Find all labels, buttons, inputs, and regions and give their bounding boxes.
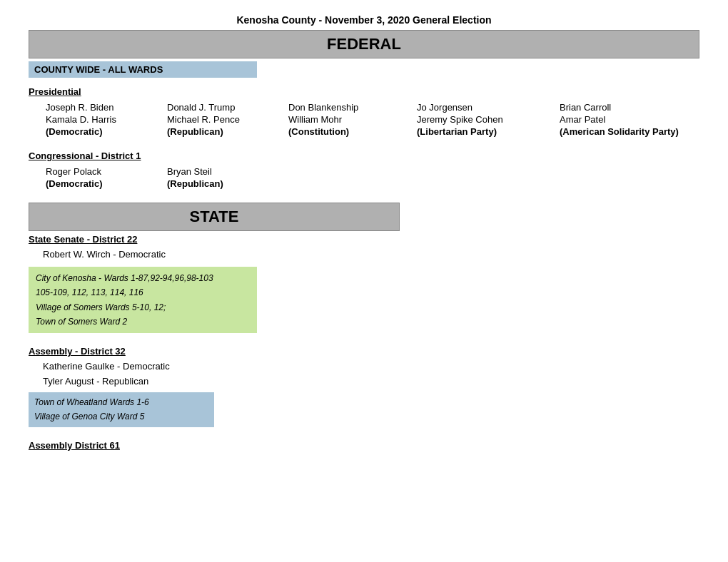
candidate-cohen: Jeremy Spike Cohen bbox=[414, 113, 557, 126]
assembly32-candidate2: Tyler August - Republican bbox=[43, 374, 699, 389]
congressional-candidates: Roger Polack (Democratic) Bryan Steil (R… bbox=[43, 165, 699, 190]
assembly32-ward-line-2: Village of Genoa City Ward 5 bbox=[34, 412, 144, 422]
ward-line-4: Town of Somers Ward 2 bbox=[36, 317, 127, 327]
congressional-row2: Bryan Steil (Republican) bbox=[164, 165, 285, 190]
candidate-polack: Roger Polack bbox=[43, 165, 164, 178]
candidate-pence: Michael R. Pence bbox=[164, 113, 285, 126]
assembly32-ward-line-1: Town of Wheatland Wards 1-6 bbox=[34, 397, 149, 407]
candidate-biden: Joseph R. Biden bbox=[43, 101, 164, 113]
federal-section-header: FEDERAL bbox=[29, 30, 699, 58]
state-section: STATE State Senate - District 22 Robert … bbox=[29, 203, 699, 451]
congressional-row1: Roger Polack (Democratic) bbox=[43, 165, 164, 190]
candidate-trump: Donald J. Trump bbox=[164, 101, 285, 113]
ward-line-3: Village of Somers Wards 5-10, 12; bbox=[36, 302, 166, 312]
ward-line-2: 105-109, 112, 113, 114, 116 bbox=[36, 287, 143, 297]
candidate-patel: Amar Patel bbox=[557, 113, 714, 126]
candidate-mohr: William Mohr bbox=[285, 113, 414, 126]
party-constitution: (Constitution) bbox=[285, 126, 414, 138]
party-democratic: (Democratic) bbox=[43, 126, 164, 138]
candidate-steil: Bryan Steil bbox=[164, 165, 285, 178]
ward-line-1: City of Kenosha - Wards 1-87,92-94,96,98… bbox=[36, 273, 213, 283]
candidate-blankenship: Don Blankenship bbox=[285, 101, 414, 113]
congressional-title: Congressional - District 1 bbox=[29, 150, 699, 161]
senate22-race: State Senate - District 22 Robert W. Wir… bbox=[29, 234, 699, 333]
assembly32-candidate1: Katherine Gaulke - Democratic bbox=[43, 359, 699, 374]
page-title: Kenosha County - November 3, 2020 Genera… bbox=[29, 14, 699, 26]
senate22-candidate: Robert W. Wirch - Democratic bbox=[43, 247, 699, 262]
party-solidarity: (American Solidarity Party) bbox=[557, 126, 714, 138]
party-libertarian: (Libertarian Party) bbox=[414, 126, 557, 138]
steil-party: (Republican) bbox=[164, 178, 285, 190]
candidate-jorgensen: Jo Jorgensen bbox=[414, 101, 557, 113]
presidential-title: Presidential bbox=[29, 86, 699, 97]
polack-party: (Democratic) bbox=[43, 178, 164, 190]
presidential-candidates-row1: Joseph R. Biden Donald J. Trump Don Blan… bbox=[43, 101, 699, 138]
senate22-wards: City of Kenosha - Wards 1-87,92-94,96,98… bbox=[29, 267, 257, 334]
senate22-title: State Senate - District 22 bbox=[29, 234, 699, 245]
assembly32-wards: Town of Wheatland Wards 1-6 Village of G… bbox=[29, 392, 214, 427]
presidential-race: Presidential Joseph R. Biden Donald J. T… bbox=[29, 86, 699, 138]
candidate-harris: Kamala D. Harris bbox=[43, 113, 164, 126]
assembly61-race: Assembly District 61 bbox=[29, 440, 699, 451]
state-section-header: STATE bbox=[29, 203, 400, 231]
congressional-race: Congressional - District 1 Roger Polack … bbox=[29, 150, 699, 190]
assembly32-title: Assembly - District 32 bbox=[29, 346, 699, 357]
party-republican: (Republican) bbox=[164, 126, 285, 138]
county-wide-bar: COUNTY WIDE - ALL WARDS bbox=[29, 61, 257, 78]
candidate-carroll: Brian Carroll bbox=[557, 101, 714, 113]
assembly32-race: Assembly - District 32 Katherine Gaulke … bbox=[29, 346, 699, 426]
assembly61-title: Assembly District 61 bbox=[29, 440, 699, 451]
